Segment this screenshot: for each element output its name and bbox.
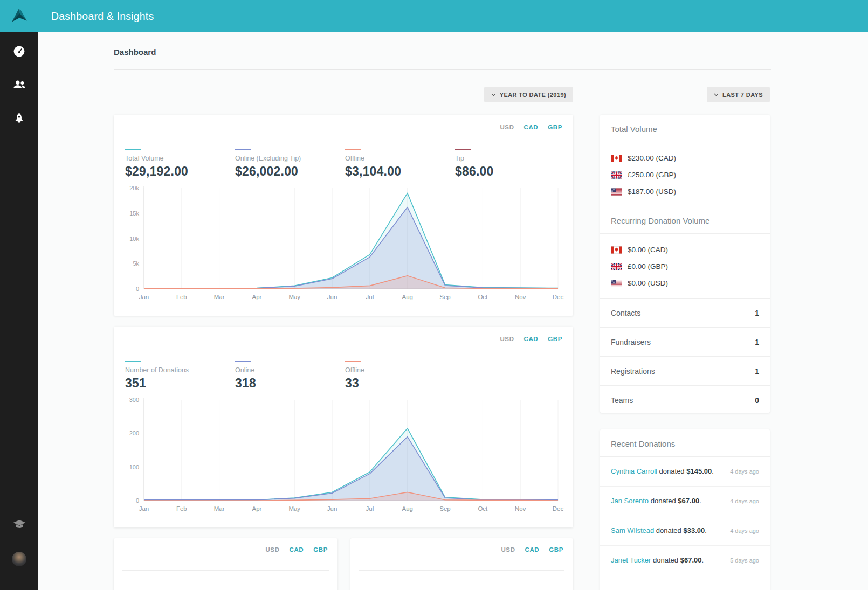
currency-tab-cad[interactable]: CAD [525,546,540,553]
donor-link[interactable]: Jan Sorento [611,497,649,505]
registrations-row[interactable]: Registrations 1 [600,356,770,385]
total-volume-header: Total Volume [600,115,770,142]
svg-text:Nov: Nov [515,294,526,300]
volume-row-usd: $187.00 (USD) [611,183,759,200]
svg-text:Aug: Aug [402,505,412,512]
canada-flag-icon [611,155,622,162]
date-range-filter-side[interactable]: LAST 7 DAYS [707,87,770,102]
column-separator [587,75,587,590]
volume-row-cad: $230.00 (CAD) [611,150,759,166]
card-divider [359,570,564,571]
uk-flag-icon [611,171,622,179]
donation-time: 5 days ago [730,557,759,564]
contacts-row[interactable]: Contacts 1 [600,298,770,327]
svg-text:Jun: Jun [327,505,337,512]
currency-tab-usd[interactable]: USD [501,546,515,553]
currency-tab-usd[interactable]: USD [265,546,279,553]
donation-text: Jan Sorento donated $67.00. [611,496,705,506]
stat-color-tick [235,149,251,150]
chevron-down-icon [714,93,719,96]
total-volume-rows: $230.00 (CAD) £250.00 (GBP) [600,142,770,206]
volume-row-gbp: £250.00 (GBP) [611,166,759,183]
graduation-cap-icon [12,517,26,531]
stat-color-tick [125,149,141,150]
donation-time: 4 days ago [730,498,759,504]
svg-text:Oct: Oct [478,505,488,512]
nav-contacts[interactable] [0,68,38,101]
chevron-down-icon [491,93,496,96]
page-title: Dashboard [114,47,156,57]
donation-time: 4 days ago [730,468,759,475]
volume-chart-card: USD CAD GBP Total Volume $29,192.00 Onli… [114,115,573,316]
svg-text:10k: 10k [129,235,139,242]
nav-dashboard[interactable] [0,34,38,68]
svg-text:Apr: Apr [252,505,262,512]
app-logo[interactable] [0,0,38,32]
volume-area-chart: 05k10k15k20kJanFebMarAprMayJunJulAugSepO… [119,183,567,304]
currency-tabs: USD CAD GBP [265,546,328,553]
stat-color-tick [345,361,361,362]
users-icon [12,78,26,92]
dashboard-gauge-icon [12,45,26,58]
recurring-volume-header: Recurring Donation Volume [600,206,770,234]
currency-tabs: USD CAD GBP [501,546,563,553]
currency-tab-cad[interactable]: CAD [290,546,304,553]
top-header: Dashboard & Insights [38,0,868,32]
currency-tab-usd[interactable]: USD [500,124,514,130]
page-divider [114,69,771,70]
uk-flag-icon [611,263,622,270]
donation-row: Cynthia Carroll donated $145.00. 4 days … [600,457,770,487]
date-range-filter-main[interactable]: YEAR TO DATE (2019) [484,87,573,102]
donation-text: Sam Wilstead donated $33.00. [611,526,710,536]
svg-text:Jul: Jul [366,505,374,512]
recent-donations-header: Recent Donations [600,429,770,457]
svg-text:Jan: Jan [139,294,149,300]
stat-color-tick [235,361,251,362]
currency-tab-gbp[interactable]: GBP [548,336,562,342]
currency-tabs: USD CAD GBP [500,336,562,342]
svg-text:0: 0 [136,497,139,504]
svg-text:Jul: Jul [366,294,374,300]
nav-campaigns[interactable] [0,101,38,135]
currency-tab-cad[interactable]: CAD [524,124,539,130]
currency-tab-cad[interactable]: CAD [524,336,539,342]
svg-text:20k: 20k [129,185,139,191]
donations-chart-card: USD CAD GBP Number of Donations 351 Onli… [114,327,573,527]
stat-color-tick [345,149,361,150]
stat-total-volume: Total Volume $29,192.00 [125,149,235,179]
summary-card: Total Volume $230.00 (CAD) [600,115,770,413]
donor-link[interactable]: Sam Wilstead [611,526,654,535]
svg-text:Mar: Mar [214,505,225,512]
donor-link[interactable]: Cynthia Carroll [611,467,657,475]
sidebar-nav [0,34,38,135]
svg-text:Apr: Apr [252,294,262,300]
svg-text:Sep: Sep [439,294,450,300]
svg-text:May: May [288,294,300,300]
user-avatar[interactable] [12,552,26,566]
stat-offline: Offline 33 [345,361,455,391]
currency-tab-gbp[interactable]: GBP [313,546,328,553]
recent-donations-card: Recent Donations Cynthia Carroll donated… [600,429,770,590]
svg-text:5k: 5k [133,260,139,267]
stat-online: Online 318 [235,361,345,391]
donation-text: Janet Tucker donated $67.00. [611,556,707,565]
svg-text:Jun: Jun [327,294,337,300]
canada-flag-icon [611,246,622,254]
currency-tab-usd[interactable]: USD [500,336,514,342]
nav-education[interactable] [0,510,38,538]
us-flag-icon [611,280,622,287]
bottom-left-card: USD CAD GBP [114,538,337,590]
side-range-label: LAST 7 DAYS [722,92,763,98]
teams-row[interactable]: Teams 0 [600,385,770,414]
stat-offline: Offline $3,104.00 [345,149,455,179]
volume-stats: Total Volume $29,192.00 Online (Excludin… [125,149,565,179]
donor-link[interactable]: Janet Tucker [611,556,651,564]
currency-tab-gbp[interactable]: GBP [548,124,562,130]
fundraisers-row[interactable]: Fundraisers 1 [600,327,770,356]
currency-tab-gbp[interactable]: GBP [549,546,563,553]
svg-text:300: 300 [129,397,139,403]
svg-text:0: 0 [136,286,139,292]
bottom-right-card: USD CAD GBP [350,538,573,590]
recurring-row-gbp: £0.00 (GBP) [611,258,759,275]
svg-text:Mar: Mar [214,294,225,300]
